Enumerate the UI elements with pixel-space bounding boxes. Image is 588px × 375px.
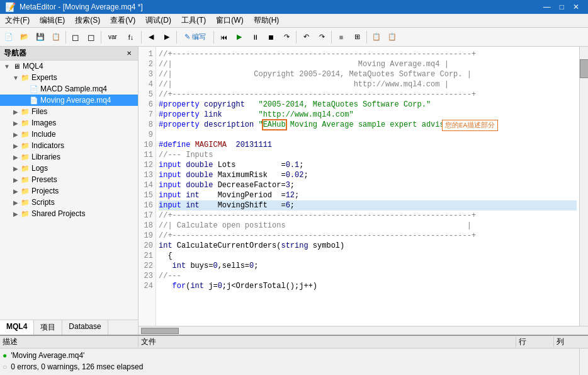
- tree-item-projects[interactable]: ▶ 📁 Projects: [0, 185, 138, 197]
- code-line-3: //| Copyright 2005-2014, MetaQuotes Soft…: [159, 69, 577, 79]
- col-header-file: 文件: [139, 337, 516, 347]
- menu-file[interactable]: 文件(F): [0, 14, 35, 27]
- next-button[interactable]: ◻: [84, 30, 99, 45]
- folder-icon-include: 📁: [20, 129, 30, 139]
- tree-label-projects: Projects: [31, 187, 59, 195]
- menu-view[interactable]: 查看(V): [105, 14, 140, 27]
- tree-toggle-projects[interactable]: ▶: [11, 188, 20, 195]
- tree-item-macd[interactable]: 📄 MACD Sample.mq4: [0, 83, 138, 95]
- main-area: 导航器 ✕ ▼ 🖥 MQL4 ▼ 📁 Experts 📄: [0, 47, 588, 335]
- tree-toggle-libraries[interactable]: ▶: [11, 154, 20, 161]
- var-button[interactable]: var: [103, 30, 122, 45]
- tree-item-presets[interactable]: ▶ 📁 Presets: [0, 174, 138, 185]
- tree-item-mql4[interactable]: ▼ 🖥 MQL4: [0, 61, 138, 72]
- prev-button[interactable]: ◻: [68, 30, 83, 45]
- folder-icon-indicators: 📁: [20, 141, 30, 151]
- bottom-panel: 描述 文件 行 列 ● 'Moving Average.mq4' ○ 0 err…: [0, 335, 588, 375]
- col-header-line: 行: [516, 337, 554, 347]
- toolbar-sep5: [213, 31, 214, 43]
- menu-debug[interactable]: 调试(D): [140, 14, 176, 27]
- bottom-entry-1-text: 'Moving Average.mq4': [11, 351, 84, 360]
- minimize-button[interactable]: —: [540, 1, 555, 13]
- mql4-icon: 🖥: [11, 61, 21, 71]
- code-line-19: //+-------------------------------------…: [159, 231, 577, 241]
- tree-label-shared: Shared Projects: [31, 209, 85, 218]
- toolbar-sep8: [366, 31, 367, 43]
- tree-item-scripts[interactable]: ▶ 📁 Scripts: [0, 197, 138, 208]
- tree-item-images[interactable]: ▶ 📁 Images: [0, 117, 138, 129]
- menu-edit[interactable]: 编辑(E): [35, 14, 70, 27]
- app-icon: 📝: [5, 2, 16, 12]
- extra-btn1[interactable]: ≡: [334, 30, 349, 45]
- func-button[interactable]: f↓: [123, 30, 139, 45]
- code-line-2: //| Moving Average.mq4 |: [159, 59, 577, 69]
- tree-toggle-shared[interactable]: ▶: [11, 211, 20, 217]
- save-button[interactable]: 💾: [33, 30, 48, 45]
- forward-button[interactable]: ▶: [159, 30, 174, 45]
- open-button[interactable]: 📂: [17, 30, 32, 45]
- menu-window[interactable]: 窗口(W): [211, 14, 248, 27]
- extra-btn4[interactable]: 📋: [385, 30, 400, 45]
- h-scrollbar-thumb[interactable]: [141, 328, 179, 334]
- step-button[interactable]: ↷: [279, 30, 294, 45]
- back-button[interactable]: ◀: [144, 30, 159, 45]
- stop-button[interactable]: ⏹: [263, 30, 278, 45]
- tree-toggle-mql4[interactable]: ▼: [3, 63, 11, 70]
- close-button[interactable]: ✕: [569, 1, 583, 13]
- code-line-14: input double DecreaseFactor=3;: [159, 180, 577, 190]
- redo-button[interactable]: ↷: [314, 30, 329, 45]
- extra-btn2[interactable]: ⊞: [349, 30, 365, 45]
- tree-item-logs[interactable]: ▶ 📁 Logs: [0, 163, 138, 174]
- tree-toggle-scripts[interactable]: ▶: [11, 199, 20, 206]
- menu-tools[interactable]: 工具(T): [176, 14, 211, 27]
- tree-toggle-include[interactable]: ▶: [11, 131, 20, 138]
- maximize-button[interactable]: □: [556, 1, 568, 13]
- nav-tab-projects[interactable]: 项目: [34, 320, 62, 335]
- file-icon-moving: 📄: [29, 95, 39, 105]
- navigator-close-button[interactable]: ✕: [124, 49, 134, 59]
- navigator-tree[interactable]: ▼ 🖥 MQL4 ▼ 📁 Experts 📄 MACD Sample.mq4: [0, 61, 138, 320]
- start-prev-button[interactable]: ⏮: [216, 30, 231, 45]
- editor-area: 12345 678910 1112131415 1617181920 21222…: [139, 47, 588, 335]
- code-line-22: int buys=0,sells=0;: [159, 261, 577, 271]
- menu-search[interactable]: 搜索(S): [70, 14, 105, 27]
- tree-label-libraries: Libraries: [31, 153, 60, 161]
- tree-label-logs: Logs: [31, 164, 48, 173]
- tree-label-moving: Moving Average.mq4: [40, 96, 111, 105]
- menu-help[interactable]: 帮助(H): [249, 14, 285, 27]
- save-all-button[interactable]: 📋: [48, 30, 64, 45]
- bottom-entry-2: ○ 0 errors, 0 warnings, 126 msec elapsed: [3, 361, 577, 372]
- tree-item-moving-avg[interactable]: 📄 Moving Average.mq4: [0, 95, 138, 106]
- tree-item-libraries[interactable]: ▶ 📁 Libraries: [0, 151, 138, 163]
- tree-item-files[interactable]: ▶ 📁 Files: [0, 106, 138, 117]
- tree-item-shared-projects[interactable]: ▶ 📁 Shared Projects: [0, 208, 138, 219]
- code-editor[interactable]: //+-------------------------------------…: [156, 47, 579, 326]
- new-button[interactable]: 📄: [1, 30, 16, 45]
- tree-toggle-indicators[interactable]: ▶: [11, 142, 20, 149]
- nav-tab-mql4[interactable]: MQL4: [0, 320, 34, 335]
- run-button[interactable]: ▶: [232, 30, 247, 45]
- tree-item-include[interactable]: ▶ 📁 Include: [0, 129, 138, 140]
- horizontal-scrollbar[interactable]: [139, 326, 588, 335]
- tree-toggle-experts[interactable]: ▼: [11, 74, 20, 81]
- code-area[interactable]: 12345 678910 1112131415 1617181920 21222…: [139, 47, 588, 326]
- tree-label-presets: Presets: [31, 175, 57, 184]
- tree-toggle-logs[interactable]: ▶: [11, 165, 20, 172]
- scrollbar-thumb[interactable]: [580, 59, 588, 78]
- tree-item-experts[interactable]: ▼ 📁 Experts: [0, 72, 138, 83]
- bottom-scrollbar[interactable]: [579, 349, 588, 375]
- tree-toggle-moving: [20, 97, 29, 104]
- tree-item-indicators[interactable]: ▶ 📁 Indicators: [0, 140, 138, 151]
- compile-button[interactable]: ✎ 编写: [179, 30, 212, 45]
- undo-button[interactable]: ↶: [298, 30, 314, 45]
- editor-scrollbar[interactable]: [579, 47, 588, 326]
- tree-toggle-images[interactable]: ▶: [11, 120, 20, 127]
- pause-button[interactable]: ⏸: [247, 30, 263, 45]
- nav-tab-database[interactable]: Database: [62, 320, 108, 335]
- folder-icon-projects: 📁: [20, 186, 30, 196]
- menu-bar: 文件(F) 编辑(E) 搜索(S) 查看(V) 调试(D) 工具(T) 窗口(W…: [0, 14, 588, 28]
- tree-toggle-files[interactable]: ▶: [11, 108, 20, 115]
- code-line-10: #define MAGICMA 20131111: [159, 140, 577, 150]
- tree-toggle-presets[interactable]: ▶: [11, 176, 20, 183]
- extra-btn3[interactable]: 📋: [369, 30, 384, 45]
